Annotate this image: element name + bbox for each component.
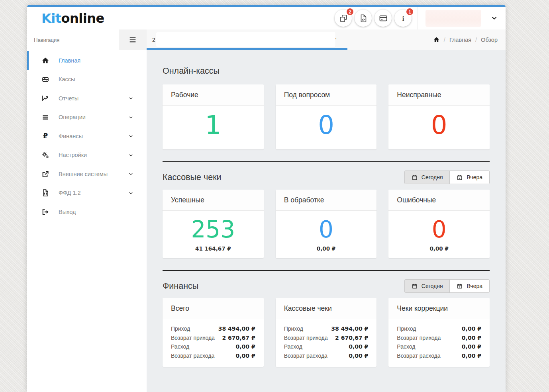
stat-card-amount: 0,00 ₽ [394, 245, 484, 252]
top-toolbar: 2 ' /Главная/Обзор [147, 29, 506, 50]
finance-row: Возврат прихода0,00 ₽ [397, 333, 481, 343]
brand-logo-secondary: online [61, 11, 104, 26]
finance-row: Возврат прихода2 670,67 ₽ [171, 333, 255, 343]
home-icon [41, 57, 50, 65]
home-icon[interactable] [433, 36, 440, 43]
finance-row: Возврат расхода0,00 ₽ [397, 351, 481, 361]
finance-row-value: 2 670,67 ₽ [335, 333, 368, 343]
header-icon-buttons: 2i1 [335, 10, 417, 27]
finance-row-value: 0,00 ₽ [349, 342, 368, 351]
finance-card-body: Приход0,00 ₽Возврат прихода0,00 ₽Расход0… [388, 319, 490, 367]
payment-card-button[interactable] [374, 10, 392, 27]
finance-card-title: Всего [163, 298, 264, 319]
notification-badge: 2 [346, 8, 354, 16]
finance-row: Возврат расхода0,00 ₽ [284, 351, 369, 361]
sidebar-item-external-systems[interactable]: Внешние системы [27, 165, 147, 184]
sidebar-item-home[interactable]: Главная [27, 51, 147, 70]
sidebar-toggle-button[interactable] [119, 29, 147, 50]
calendar-icon [412, 174, 418, 180]
finance-row: Приход38 494,00 ₽ [171, 324, 255, 333]
finance-row-label: Возврат прихода [397, 333, 441, 343]
finance-row-value: 0,00 ₽ [462, 324, 481, 333]
nav-label: Навигация [34, 37, 59, 43]
yesterday-button[interactable]: Вчера [449, 171, 489, 184]
info-icon: i [399, 14, 408, 23]
finance-card: Чеки коррекцииПриход0,00 ₽Возврат приход… [388, 298, 490, 367]
menu-icon [128, 35, 137, 44]
finance-row-label: Приход [171, 324, 190, 333]
finance-row-label: Возврат прихода [171, 333, 215, 343]
stat-card-title: Успешные [163, 190, 264, 211]
chevron-down-icon [126, 171, 135, 177]
breadcrumb-item[interactable]: Главная [449, 37, 471, 43]
sidebar-item-settings[interactable]: Настройки [27, 146, 147, 165]
stat-card-title: В обработке [276, 190, 377, 211]
breadcrumb-separator: / [475, 37, 477, 43]
sidebar-item-finances[interactable]: ₽Финансы [27, 127, 147, 146]
finance-row-value: 0,00 ₽ [462, 351, 481, 361]
finance-row: Расход0,00 ₽ [284, 342, 369, 351]
finance-row: Возврат прихода2 670,67 ₽ [284, 333, 369, 343]
stat-card-body: 0 [276, 106, 377, 149]
finance-row-label: Возврат прихода [284, 333, 328, 343]
chevron-down-icon [126, 114, 135, 120]
stat-card-value: 0 [281, 107, 371, 143]
sidebar-item-label: Внешние системы [59, 171, 108, 177]
finance-card: ВсегоПриход38 494,00 ₽Возврат прихода2 6… [163, 298, 264, 367]
finance-card-body: Приход38 494,00 ₽Возврат прихода2 670,67… [163, 319, 264, 367]
copy-docs-button[interactable]: 2 [335, 10, 352, 27]
redacted-text-fragment-right: ' [335, 37, 337, 43]
finance-row-label: Возврат расхода [284, 351, 327, 361]
sidebar-item-ffd[interactable]: ФФД 1.2 [27, 184, 147, 203]
sidebar-item-logout[interactable]: Выход [27, 202, 147, 221]
finances-section-head: Финансы СегодняВчера [163, 279, 490, 293]
finance-row-label: Приход [397, 324, 416, 333]
stat-card-title: Неисправные [388, 84, 490, 106]
stat-card: Ошибочные00,00 ₽ [388, 190, 490, 258]
user-name-redacted [425, 10, 481, 27]
sidebar-nav: ГлавнаяКассыОтчетыОперации₽ФинансыНастро… [27, 50, 147, 392]
finance-row-value: 38 494,00 ₽ [218, 324, 255, 333]
sidebar-item-label: Главная [59, 57, 80, 64]
kkt-search-input-redacted[interactable] [156, 32, 335, 47]
brand-logo[interactable]: Kitonline [27, 11, 104, 26]
section-title-finances: Финансы [163, 281, 198, 291]
main-content: Онлайн-кассы Рабочие1Под вопросом0Неиспр… [147, 50, 506, 392]
stat-card-value: 0 [281, 214, 371, 245]
today-button[interactable]: Сегодня [405, 171, 450, 184]
sidebar-item-label: Настройки [59, 152, 87, 158]
period-button-label: Вчера [467, 283, 482, 289]
finance-row: Приход38 494,00 ₽ [284, 324, 369, 333]
info-button[interactable]: i1 [394, 10, 412, 27]
pdf-icon [359, 14, 368, 23]
finance-row-label: Расход [171, 342, 189, 351]
toolbar-row: Навигация 2 ' /Главная/Обзор [27, 29, 506, 50]
stat-card-title: Под вопросом [276, 84, 377, 106]
finance-row-value: 0,00 ₽ [462, 333, 481, 343]
finance-row-value: 0,00 ₽ [349, 351, 368, 361]
yesterday-button[interactable]: Вчера [449, 280, 489, 292]
calendar-icon [412, 283, 418, 289]
pdf-export-button[interactable] [355, 10, 372, 27]
receipts-section-head: Кассовые чеки СегодняВчера [163, 171, 490, 184]
finance-row-value: 2 670,67 ₽ [222, 333, 255, 343]
finances-period-switch: СегодняВчера [404, 279, 490, 293]
stat-card-value: 253 [168, 214, 258, 245]
calendar-x-icon [457, 174, 463, 180]
stat-card-amount: 41 164,67 ₽ [168, 245, 258, 252]
sidebar-item-label: Выход [59, 209, 76, 215]
online-kassy-cards: Рабочие1Под вопросом0Неисправные0 [163, 84, 490, 149]
finance-row-value: 0,00 ₽ [235, 351, 255, 361]
today-button[interactable]: Сегодня [405, 280, 450, 292]
operations-icon [41, 113, 50, 121]
period-button-label: Сегодня [422, 283, 443, 289]
sidebar-item-operations[interactable]: Операции [27, 108, 147, 127]
user-menu[interactable] [417, 7, 506, 29]
sidebar-item-kassy[interactable]: Кассы [27, 70, 147, 89]
ffd-icon [41, 189, 50, 197]
sidebar-item-reports[interactable]: Отчеты [27, 89, 147, 108]
breadcrumb-separator: / [444, 37, 445, 43]
sidebar-nav-header: Навигация [27, 29, 119, 50]
body-row: ГлавнаяКассыОтчетыОперации₽ФинансыНастро… [27, 50, 506, 392]
external-systems-icon [41, 170, 50, 178]
